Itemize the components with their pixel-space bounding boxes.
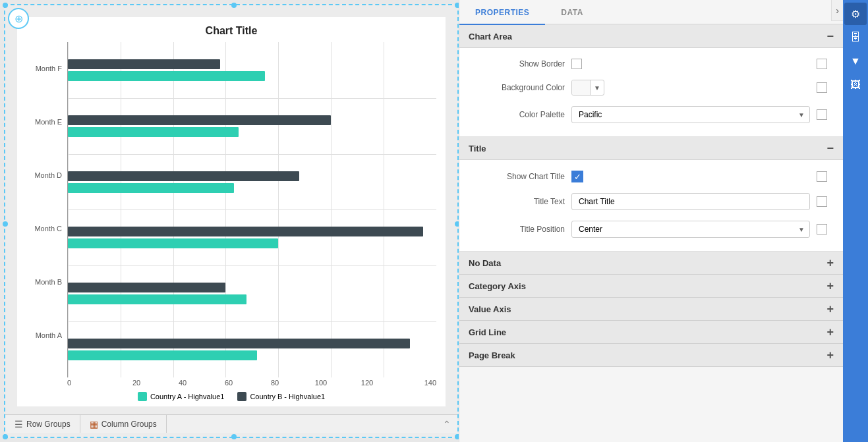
- properties-panel: PROPERTIES DATA Chart Area − Show Border: [459, 0, 868, 442]
- bar-teal: [68, 71, 265, 81]
- prop-row-title-text: Title Text: [473, 193, 830, 210]
- section-title-header[interactable]: Title −: [459, 137, 843, 160]
- section-title-body: Show Chart Title ✓ Title Text: [459, 160, 843, 252]
- x-label: 20: [113, 379, 159, 387]
- tab-properties[interactable]: PROPERTIES: [459, 1, 545, 25]
- side-icons: ⚙ 🗄 ▼ 🖼: [843, 0, 868, 442]
- resize-handle-top-left[interactable]: [3, 3, 8, 8]
- title-position-select[interactable]: Center Left Right: [571, 221, 810, 238]
- side-checkbox-title-position[interactable]: [817, 224, 827, 235]
- prop-control: [571, 193, 810, 210]
- side-checkbox-title-text[interactable]: [817, 196, 827, 207]
- show-border-checkbox[interactable]: [571, 59, 582, 69]
- side-checkbox-bg-color[interactable]: [817, 82, 827, 93]
- show-border-label: Show Border: [473, 59, 565, 69]
- bar-group-month-c: [68, 225, 436, 250]
- bar-dark: [68, 115, 331, 125]
- prop-control: [571, 59, 810, 69]
- bar-dark: [68, 227, 423, 236]
- tab-bar: PROPERTIES DATA: [459, 0, 868, 25]
- section-category-axis-header[interactable]: Category Axis +: [459, 275, 843, 298]
- section-chart-area-body: Show Border Background Color ▼: [459, 48, 843, 137]
- section-no-data-header[interactable]: No Data +: [459, 252, 843, 275]
- x-label: 60: [206, 379, 252, 387]
- panel-content: Chart Area − Show Border Background Col: [459, 25, 868, 442]
- section-title: Title − Show Chart Title ✓ Title Text: [459, 137, 843, 252]
- section-value-axis-header[interactable]: Value Axis +: [459, 298, 843, 321]
- x-axis: 0 20 40 60 80 100 120 140: [67, 379, 436, 387]
- row-groups-label: Row Groups: [26, 420, 71, 429]
- expand-icon: +: [826, 303, 834, 315]
- side-icon-database[interactable]: 🗄: [844, 26, 867, 49]
- prop-control: ✓: [571, 171, 810, 182]
- expand-icon: +: [826, 349, 834, 361]
- section-page-break: Page Break +: [459, 344, 843, 367]
- resize-handle-bot-left[interactable]: [3, 434, 8, 439]
- bg-color-label: Background Color: [473, 83, 565, 92]
- x-label: 80: [252, 379, 298, 387]
- section-value-axis: Value Axis +: [459, 298, 843, 321]
- section-category-axis: Category Axis +: [459, 275, 843, 298]
- section-chart-area: Chart Area − Show Border Background Col: [459, 25, 843, 137]
- title-position-select-wrapper[interactable]: Center Left Right ▼: [571, 221, 810, 238]
- resize-handle-bot-center[interactable]: [231, 434, 237, 439]
- section-grid-line: Grid Line +: [459, 321, 843, 344]
- section-page-break-header[interactable]: Page Break +: [459, 344, 843, 367]
- bar-teal: [68, 238, 278, 248]
- show-chart-title-label: Show Chart Title: [473, 172, 565, 181]
- bg-color-swatch-container[interactable]: ▼: [571, 80, 604, 96]
- x-label: 40: [159, 379, 206, 387]
- legend-item-a: Country A - Highvalue1: [138, 392, 225, 401]
- chart-move-handle[interactable]: ⊕: [8, 8, 29, 29]
- x-label: 120: [344, 379, 390, 387]
- section-grid-line-header[interactable]: Grid Line +: [459, 321, 843, 344]
- section-no-data: No Data +: [459, 252, 843, 275]
- y-label: Month F: [26, 57, 67, 80]
- column-groups-icon: ▦: [90, 419, 98, 429]
- y-label: Month E: [26, 110, 67, 134]
- bar-group-month-d: [68, 170, 436, 194]
- chart-legend: Country A - Highvalue1 Country B - Highv…: [26, 392, 436, 401]
- prop-control: Center Left Right ▼: [571, 221, 810, 238]
- color-palette-select-wrapper[interactable]: Pacific ▼: [571, 106, 810, 123]
- title-position-label: Title Position: [473, 225, 565, 234]
- collapse-icon: −: [826, 142, 834, 154]
- bar-teal: [68, 350, 257, 360]
- side-icon-gear[interactable]: ⚙: [844, 3, 867, 25]
- row-groups-item[interactable]: ☰ Row Groups: [5, 415, 80, 433]
- side-icon-filter[interactable]: ▼: [844, 50, 867, 72]
- column-groups-label: Column Groups: [101, 420, 157, 429]
- bar-group-month-f: [68, 58, 436, 82]
- expand-arrow[interactable]: ›: [831, 0, 843, 21]
- bottom-chevron[interactable]: ⌃: [436, 419, 457, 429]
- prop-row-bg-color: Background Color ▼: [473, 80, 830, 96]
- bar-teal: [68, 127, 239, 137]
- show-chart-title-checkbox[interactable]: ✓: [571, 171, 583, 182]
- side-checkbox-show-border[interactable]: [817, 59, 827, 69]
- prop-control: Pacific ▼: [571, 106, 810, 123]
- side-checkbox-color-palette[interactable]: [817, 109, 827, 120]
- bar-teal: [68, 294, 246, 304]
- section-chart-area-header[interactable]: Chart Area −: [459, 25, 843, 48]
- collapse-icon: −: [826, 30, 834, 42]
- bar-group-month-e: [68, 114, 436, 138]
- y-label: Month D: [26, 163, 67, 187]
- y-label: Month B: [26, 270, 67, 294]
- resize-handle-mid-left[interactable]: [3, 221, 8, 227]
- side-checkbox-show-chart-title[interactable]: [817, 171, 827, 182]
- tab-data[interactable]: DATA: [545, 1, 599, 25]
- bar-dark: [68, 283, 225, 292]
- title-text-input[interactable]: [571, 193, 810, 210]
- resize-handle-top-center[interactable]: [231, 3, 237, 8]
- prop-row-color-palette: Color Palette Pacific ▼: [473, 106, 830, 123]
- expand-icon: +: [826, 257, 834, 269]
- bg-color-swatch: [572, 80, 591, 95]
- side-icon-image-settings[interactable]: 🖼: [844, 74, 867, 96]
- bars-area: [67, 42, 436, 377]
- color-dropdown-arrow: ▼: [591, 84, 604, 92]
- color-palette-select[interactable]: Pacific: [571, 106, 810, 123]
- column-groups-item[interactable]: ▦ Column Groups: [80, 415, 167, 433]
- bar-dark: [68, 171, 299, 181]
- expand-icon: +: [826, 280, 834, 292]
- row-groups-icon: ☰: [14, 419, 23, 429]
